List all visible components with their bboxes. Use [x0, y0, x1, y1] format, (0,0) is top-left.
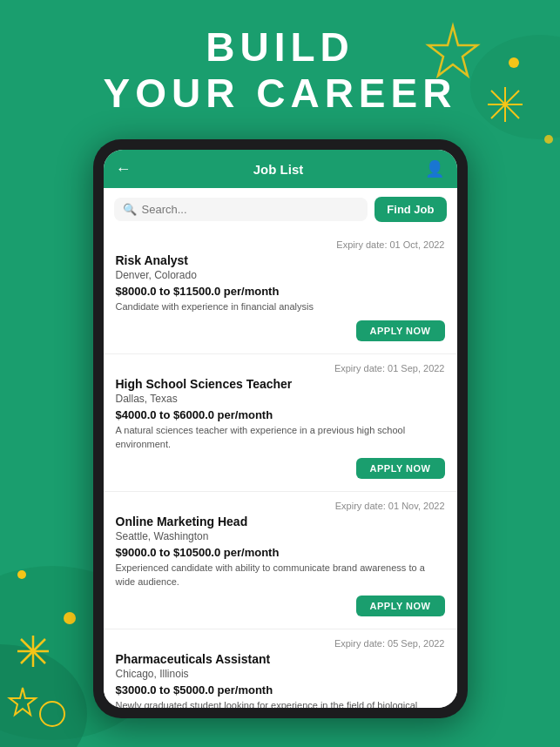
job-desc-2: Experienced candidate with ability to co…	[116, 562, 445, 589]
job-salary-0: $8000.0 to $11500.0 per/month	[116, 285, 445, 298]
job-salary-3: $3000.0 to $5000.0 per/month	[116, 683, 445, 697]
svg-point-9	[544, 135, 553, 144]
svg-point-17	[17, 570, 26, 579]
tablet-screen: ← Job List 👤 🔍 Find Job Expiry date: 01 …	[104, 150, 457, 708]
job-card-3: Expiry date: 05 Sep, 2022 Pharmaceutical…	[104, 629, 457, 708]
job-card-1: Expiry date: 01 Sep, 2022 High School Sc…	[104, 354, 457, 492]
svg-point-1	[0, 644, 87, 747]
job-desc-1: A natural sciences teacher with experien…	[116, 424, 445, 451]
search-row: 🔍 Find Job	[104, 188, 457, 231]
apply-button-1[interactable]: APPLY NOW	[356, 458, 445, 479]
find-job-button[interactable]: Find Job	[374, 197, 446, 222]
job-expiry-3: Expiry date: 05 Sep, 2022	[116, 638, 445, 649]
app-bar: ← Job List 👤	[104, 150, 457, 188]
job-location-0: Denver, Colorado	[116, 269, 445, 281]
svg-marker-15	[10, 688, 36, 715]
job-list: Expiry date: 01 Oct, 2022 Risk Analyst D…	[104, 231, 457, 708]
job-desc-0: Candidate with experience in financial a…	[116, 300, 445, 313]
job-location-3: Chicago, Illinois	[116, 668, 445, 680]
job-expiry-0: Expiry date: 01 Oct, 2022	[116, 239, 445, 250]
profile-icon[interactable]: 👤	[425, 159, 444, 178]
svg-line-13	[21, 639, 45, 663]
tablet-frame: ← Job List 👤 🔍 Find Job Expiry date: 01 …	[93, 139, 468, 718]
job-location-2: Seattle, Washington	[116, 530, 445, 542]
back-button[interactable]: ←	[116, 160, 132, 178]
svg-point-14	[64, 612, 76, 624]
hero-line2: YOUR CAREER	[104, 71, 457, 116]
job-salary-1: $4000.0 to $6000.0 per/month	[116, 408, 445, 421]
job-salary-2: $9000.0 to $10500.0 per/month	[116, 546, 445, 559]
search-input[interactable]	[142, 203, 360, 216]
app-bar-title: Job List	[253, 162, 304, 177]
job-expiry-2: Expiry date: 01 Nov, 2022	[116, 501, 445, 511]
job-card-0: Expiry date: 01 Oct, 2022 Risk Analyst D…	[104, 231, 457, 354]
job-title-2: Online Marketing Head	[116, 515, 445, 528]
job-location-1: Dallas, Texas	[116, 393, 445, 405]
job-title-3: Pharmaceuticals Assistant	[116, 652, 445, 666]
svg-point-16	[40, 702, 64, 726]
job-desc-3: Newly graduated student looking for expe…	[116, 699, 445, 708]
job-card-2: Expiry date: 01 Nov, 2022 Online Marketi…	[104, 492, 457, 629]
hero-line1: BUILD	[206, 24, 354, 70]
svg-line-12	[21, 639, 45, 663]
apply-button-2[interactable]: APPLY NOW	[356, 596, 445, 616]
job-title-0: Risk Analyst	[116, 253, 445, 267]
search-input-wrap: 🔍	[114, 198, 368, 221]
search-icon: 🔍	[123, 203, 137, 216]
hero-section: BUILD YOUR CAREER	[0, 24, 560, 117]
apply-button-0[interactable]: APPLY NOW	[356, 320, 445, 341]
job-expiry-1: Expiry date: 01 Sep, 2022	[116, 363, 445, 374]
job-title-1: High School Sciences Teacher	[116, 377, 445, 391]
